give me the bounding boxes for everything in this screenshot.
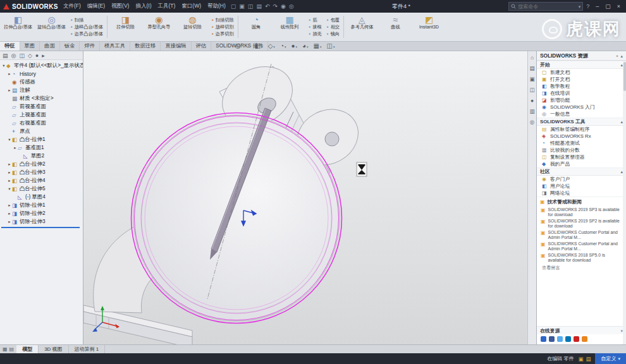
- tree-item[interactable]: ▸◧凸台-拉伸4: [0, 176, 83, 185]
- tree-expand-icon[interactable]: ▸: [7, 211, 12, 216]
- taskpane-link[interactable]: ▣打开文档: [537, 76, 626, 83]
- pin-icon[interactable]: ▪: [617, 53, 618, 59]
- taskpane-link[interactable]: ◨在线培训: [537, 90, 626, 97]
- menu-item-6[interactable]: 帮助(H): [207, 3, 226, 10]
- ribbon-tab-0[interactable]: 特征: [0, 42, 20, 51]
- ribbon-tab-1[interactable]: 草图: [20, 42, 40, 51]
- ribbon-button-rib[interactable]: ▪筋: [309, 17, 322, 23]
- ribbon-button-revolved-boss[interactable]: ◎旋转凸台/基体: [35, 13, 68, 40]
- tree-expand-icon[interactable]: ▸: [7, 170, 12, 175]
- tree-expand-icon[interactable]: ▸: [7, 219, 12, 224]
- rollback-bar[interactable]: [1, 227, 80, 228]
- minimize-button[interactable]: –: [592, 3, 602, 9]
- ribbon-button-boundary-cut[interactable]: ▪边界切割: [212, 31, 234, 37]
- online-resources-header[interactable]: 在线资源: [537, 326, 626, 334]
- apply-scene-icon[interactable]: ▦: [314, 42, 322, 49]
- section-view-icon[interactable]: ◧: [255, 42, 263, 49]
- tree-item[interactable]: ▸◨切除-拉伸3: [0, 217, 83, 226]
- ribbon-tab-8[interactable]: 评估: [192, 42, 212, 51]
- taskpane-link[interactable]: ◉SOLIDWORKS 入门: [537, 104, 626, 111]
- search-dropdown-icon[interactable]: [579, 3, 581, 9]
- tree-expand-icon[interactable]: ▸: [7, 178, 12, 183]
- tree-expand-icon[interactable]: ▾: [7, 186, 12, 191]
- youtube-icon[interactable]: [574, 336, 579, 342]
- tree-item[interactable]: ▸◧凸台-拉伸2: [0, 160, 83, 168]
- model-viewport-canvas[interactable]: [83, 51, 527, 344]
- linkedin-icon[interactable]: [565, 336, 571, 342]
- news-item[interactable]: ▣SOLIDWORKS 2018 SP5.0 is available for …: [537, 252, 626, 264]
- view-settings-icon[interactable]: ◫: [327, 42, 335, 49]
- configurationmanager-tab-icon[interactable]: ◫: [19, 52, 25, 59]
- tree-item[interactable]: ▾◆零件4 (默认<<默认>_显示状态 1>): [0, 61, 83, 70]
- ribbon-button-hole-wizard[interactable]: ◉异型孔向导: [142, 13, 176, 40]
- taskpane-section-header-0[interactable]: 开始: [537, 61, 626, 69]
- tab-split-icon[interactable]: ▤: [9, 346, 15, 352]
- menu-item-0[interactable]: 文件(F): [63, 3, 82, 10]
- sheet-icon[interactable]: ▤: [586, 356, 591, 362]
- facebook-icon[interactable]: [549, 336, 555, 342]
- hide-show-items-icon[interactable]: ●: [291, 42, 297, 49]
- tree-item[interactable]: ◉传感器: [0, 78, 83, 86]
- news-more-link[interactable]: 查看留言: [537, 264, 626, 272]
- tree-item[interactable]: ▸◧凸台-拉伸3: [0, 168, 83, 176]
- taskpane-link[interactable]: ▤属性标签编制程序: [537, 126, 626, 133]
- ribbon-button-draft[interactable]: ▪拔模: [309, 24, 322, 30]
- zoom-area-icon[interactable]: ◌: [246, 42, 250, 49]
- options-icon[interactable]: ◎: [289, 3, 294, 9]
- custom-properties-icon[interactable]: ▥: [529, 108, 534, 114]
- collapse-pane-icon[interactable]: [620, 53, 623, 59]
- help-icon[interactable]: ?: [586, 3, 589, 9]
- menu-item-2[interactable]: 视图(V): [111, 3, 130, 10]
- ribbon-button-lofted-cut[interactable]: ▪放样切割: [212, 24, 234, 30]
- taskpane-link[interactable]: ◫复制设置整理器: [537, 154, 626, 161]
- news-item[interactable]: ▣SOLIDWORKS 2019 SP3 is available for do…: [537, 207, 626, 218]
- solidworks-resources-icon[interactable]: ⌂: [531, 54, 534, 61]
- tree-item[interactable]: ▱上视基准面: [0, 111, 83, 119]
- ribbon-button-fillet[interactable]: ◔圆角: [240, 13, 273, 40]
- model-tab-1[interactable]: 3D 视图: [39, 345, 68, 353]
- tree-expand-icon[interactable]: ▸: [7, 88, 12, 93]
- taskpane-link[interactable]: ◧教学教程: [537, 83, 626, 90]
- tree-item[interactable]: ◺(-) 草图4: [0, 193, 83, 201]
- taskpane-link[interactable]: ◪新增功能: [537, 97, 626, 104]
- ribbon-button-instant3d[interactable]: ◩Instant3D: [412, 13, 446, 40]
- tree-item[interactable]: ▸◨切除-拉伸2: [0, 209, 83, 217]
- displaymanager-tab-icon[interactable]: ●: [35, 52, 39, 59]
- blog-icon[interactable]: [582, 336, 587, 342]
- taskpane-link[interactable]: ◧用户论坛: [537, 183, 626, 190]
- file-explorer-icon[interactable]: ▣: [529, 76, 534, 82]
- customize-button[interactable]: 自定义: [595, 353, 626, 364]
- taskpane-link[interactable]: ▢新建文档: [537, 69, 626, 76]
- tree-expand-icon[interactable]: ▸: [7, 203, 12, 208]
- ribbon-tab-7[interactable]: 直接编辑: [161, 42, 191, 51]
- ribbon-tab-3[interactable]: 钣金: [60, 42, 80, 51]
- taskpane-section-header-1[interactable]: SOLIDWORKS 工具: [537, 118, 626, 126]
- ribbon-tab-6[interactable]: 数据迁移: [130, 42, 161, 51]
- menu-item-4[interactable]: 工具(T): [157, 3, 176, 10]
- ribbon-button-swept-boss[interactable]: ▪扫描: [71, 17, 103, 23]
- model-tab-2[interactable]: 运动算例 1: [69, 345, 106, 353]
- taskpane-link[interactable]: ◔性能基准测试: [537, 140, 626, 147]
- featuremanager-tab-icon[interactable]: ▤: [3, 52, 8, 59]
- tree-item[interactable]: ▱前视基准面: [0, 102, 83, 111]
- tab-list-icon[interactable]: ▦: [3, 346, 8, 352]
- ribbon-button-boundary-boss[interactable]: ▪边界凸台/基体: [71, 31, 103, 37]
- graphics-area[interactable]: [83, 51, 527, 344]
- ribbon-button-revolved-cut[interactable]: ◍旋转切除: [176, 13, 209, 40]
- ribbon-button-linear-pattern[interactable]: ▦线性阵列: [273, 13, 307, 40]
- display-style-icon[interactable]: ◔: [280, 42, 286, 49]
- tree-expand-icon[interactable]: ▾: [7, 137, 12, 142]
- taskpane-link[interactable]: ◈SOLIDWORKS Rx: [537, 133, 626, 140]
- ribbon-tab-5[interactable]: 模具工具: [100, 42, 130, 51]
- open-file-icon[interactable]: ▣: [239, 3, 245, 9]
- design-library-icon[interactable]: ▤: [529, 65, 534, 71]
- dimxpertmanager-tab-icon[interactable]: ◇: [28, 52, 32, 59]
- taskpane-scrollbar[interactable]: [623, 61, 626, 344]
- menu-item-5[interactable]: 窗口(W): [181, 3, 202, 10]
- twitter-icon[interactable]: [557, 336, 563, 342]
- ribbon-button-lofted-boss[interactable]: ▪放样凸台/基体: [71, 24, 103, 30]
- website-icon[interactable]: [541, 336, 546, 342]
- folder-icon[interactable]: ▣: [578, 356, 583, 362]
- tree-item[interactable]: ▾◧凸台-拉伸5: [0, 185, 83, 193]
- model-tab-0[interactable]: 模型: [16, 345, 39, 353]
